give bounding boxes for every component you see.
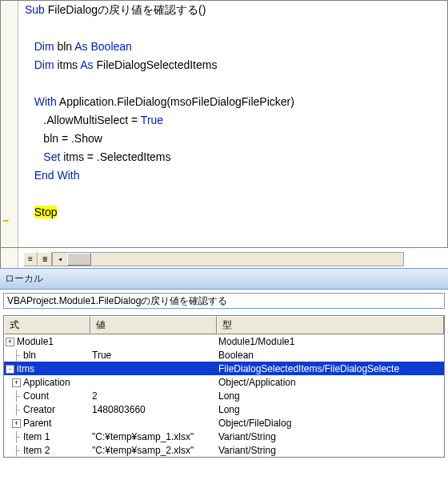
var-itms: itms [54, 58, 81, 71]
table-row[interactable]: +Module1Module1/Module1 [4, 334, 444, 348]
kw-set: Set [43, 150, 60, 163]
context-field[interactable] [3, 293, 445, 309]
cell-type: Variant/String [217, 430, 444, 443]
cell-expression: +Module1 [4, 335, 90, 348]
table-row[interactable]: -itmsFileDialogSelectedItems/FileDialogS… [4, 362, 444, 375]
cell-value: 2 [90, 390, 217, 402]
table-row[interactable]: +ParentObject/FileDialog [4, 416, 444, 430]
cell-type: Variant/String [217, 444, 444, 457]
var-bln: bln [54, 40, 75, 53]
cell-type: Boolean [217, 349, 444, 362]
tree-line-icon: ├ [12, 445, 21, 456]
table-row[interactable]: +ApplicationObject/Application [4, 375, 444, 389]
kw-as: As [80, 58, 93, 71]
kw-dim: Dim [34, 40, 54, 53]
cell-expression: ├bln [4, 349, 90, 362]
locals-grid: 式 値 型 +Module1Module1/Module1├blnTrueBoo… [3, 315, 445, 458]
kw-end-with: End With [34, 169, 80, 182]
scroll-left-icon[interactable]: ◂ [53, 253, 67, 266]
expand-icon[interactable]: + [6, 338, 14, 346]
expand-icon[interactable]: + [12, 419, 21, 428]
cell-expression: ├Creator [4, 403, 90, 416]
code-content[interactable]: Sub FileDialogの戻り値を確認する() Dim bln As Boo… [1, 0, 448, 248]
cell-type: FileDialogSelectedItems/FileDialogSelect… [217, 362, 444, 375]
expr-label: Item 1 [23, 431, 50, 442]
collapse-icon[interactable]: - [6, 365, 14, 374]
table-row[interactable]: ├blnTrueBoolean [4, 348, 444, 362]
cell-value: True [90, 349, 217, 362]
cell-type: Long [217, 390, 444, 402]
tree-line-icon: ├ [12, 390, 21, 402]
tree-line-icon: ├ [12, 431, 21, 442]
table-row[interactable]: ├Creator1480803660Long [4, 402, 444, 416]
expr-label: Item 2 [23, 445, 50, 456]
cell-expression: -itms [4, 362, 90, 375]
kw-with: With [34, 95, 57, 108]
tree-line-icon: ├ [12, 350, 21, 361]
kw-dim: Dim [34, 58, 54, 71]
grid-header: 式 値 型 [4, 316, 444, 334]
expr-label: bln [23, 350, 36, 361]
expr-label: Application [23, 377, 70, 388]
cell-type: Object/FileDialog [217, 417, 444, 430]
code-line: .AllowMultiSelect = [43, 114, 141, 126]
code-line: bln = .Show [43, 132, 102, 145]
expr-label: itms [17, 363, 34, 374]
cell-value [90, 422, 217, 424]
code-line: itms = .SelectedItems [60, 150, 170, 163]
cell-expression: ├Count [4, 390, 90, 402]
expand-icon[interactable]: + [12, 378, 21, 387]
tree-line-icon: ├ [12, 404, 21, 415]
cell-value [90, 382, 217, 383]
cell-value [90, 368, 217, 370]
view-mode-a-button[interactable]: ≡ [23, 252, 38, 266]
table-row[interactable]: ├Item 1"C:¥temp¥samp_1.xlsx"Variant/Stri… [4, 430, 444, 443]
grid-body: +Module1Module1/Module1├blnTrueBoolean-i… [4, 334, 444, 457]
type-fdsi: FileDialogSelectedItems [94, 58, 218, 71]
scroll-thumb[interactable] [67, 253, 91, 266]
expr-label: Parent [23, 418, 51, 429]
cell-expression: ├Item 1 [4, 430, 90, 443]
cell-value: 1480803660 [90, 403, 217, 416]
cell-type: Long [217, 403, 444, 416]
cell-expression: +Application [4, 376, 90, 389]
horizontal-scrollbar[interactable]: ◂ [52, 252, 404, 266]
header-expression[interactable]: 式 [4, 316, 90, 334]
breakpoint-stop: Stop [34, 206, 58, 218]
code-footer-toolbar: ≡ ≣ ◂ [23, 252, 404, 266]
cell-type: Object/Application [217, 376, 444, 389]
table-row[interactable]: ├Item 2"C:¥temp¥samp_2.xlsx"Variant/Stri… [4, 443, 444, 457]
context-bar [0, 290, 448, 312]
code-pane: ➡ Sub FileDialogの戻り値を確認する() Dim bln As B… [0, 0, 448, 268]
expr-label: Module1 [17, 336, 54, 347]
cell-value: "C:¥temp¥samp_1.xlsx" [90, 430, 217, 443]
table-row[interactable]: ├Count2Long [4, 389, 444, 402]
sub-name: FileDialogの戻り値を確認する() [48, 3, 206, 16]
cell-value: "C:¥temp¥samp_2.xlsx" [90, 444, 217, 457]
cell-type: Module1/Module1 [217, 335, 444, 348]
header-value[interactable]: 値 [90, 316, 217, 334]
expr-label: Count [23, 390, 49, 402]
with-expr: Application.FileDialog(msoFileDialogFile… [57, 95, 294, 108]
kw-sub: Sub [25, 3, 45, 16]
locals-panel-title: ローカル [0, 268, 448, 290]
kw-true: True [141, 114, 163, 126]
cell-value [90, 341, 217, 342]
header-type[interactable]: 型 [217, 316, 444, 334]
expr-label: Creator [23, 404, 55, 415]
cell-expression: +Parent [4, 417, 90, 430]
cell-expression: ├Item 2 [4, 444, 90, 457]
view-mode-b-button[interactable]: ≣ [38, 252, 52, 266]
kw-as-boolean: As Boolean [74, 40, 132, 53]
